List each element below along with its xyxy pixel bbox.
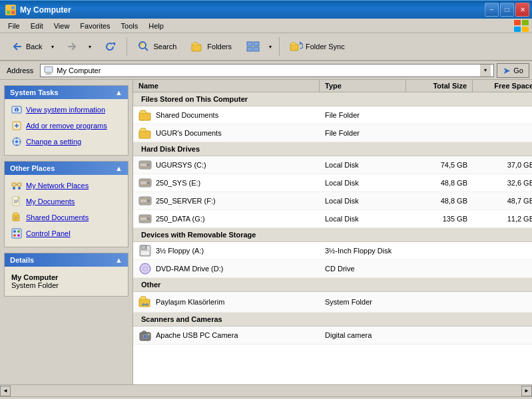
menu-tools[interactable]: Tools xyxy=(116,21,144,31)
file-free-space xyxy=(473,333,532,337)
svg-rect-10 xyxy=(192,45,201,51)
view-button[interactable] xyxy=(240,36,266,57)
drive-icon xyxy=(138,176,152,190)
view-system-info-label: View system information xyxy=(26,106,105,114)
list-item[interactable]: UGURSYS (C:) Local Disk 74,5 GB 37,0 GB xyxy=(133,156,532,174)
menu-edit[interactable]: Edit xyxy=(25,21,49,31)
my-documents-icon xyxy=(11,196,22,207)
minimize-button[interactable]: − xyxy=(485,3,499,17)
list-item[interactable]: 250_SERVER (F:) Local Disk 48,8 GB 48,7 … xyxy=(133,192,532,210)
back-dropdown-button[interactable]: ▾ xyxy=(48,36,57,57)
file-type: 3½-Inch Floppy Disk xyxy=(320,245,406,257)
svg-point-32 xyxy=(13,230,16,233)
go-label: Go xyxy=(513,66,523,74)
system-tasks-header[interactable]: System Tasks ▲ xyxy=(5,86,128,99)
control-panel-icon xyxy=(11,228,22,239)
address-input[interactable] xyxy=(57,66,477,74)
file-type: Digital camera xyxy=(320,329,406,341)
network-places-label: My Network Places xyxy=(26,182,89,190)
menu-help[interactable]: Help xyxy=(143,21,169,31)
svg-rect-69 xyxy=(142,331,146,333)
forward-button[interactable] xyxy=(60,36,85,57)
file-name: UGUR's Documents xyxy=(156,129,222,137)
address-label: Address xyxy=(3,66,37,74)
file-name: 250_SYS (E:) xyxy=(156,179,200,187)
menu-file[interactable]: File xyxy=(3,21,25,31)
file-name: 250_SERVER (F:) xyxy=(156,197,216,205)
details-header[interactable]: Details ▲ xyxy=(5,253,128,267)
other-places-content: My Network Places My Documents xyxy=(5,175,128,247)
file-type: File Folder xyxy=(320,109,406,121)
file-free-space: 11,2 GB xyxy=(473,213,532,225)
sidebar-item-shared-documents[interactable]: Shared Documents xyxy=(9,211,124,224)
section-hard-disk-drives: Hard Disk Drives xyxy=(133,142,532,156)
folders-icon xyxy=(191,40,204,53)
folder-icon xyxy=(138,108,152,122)
address-dropdown-button[interactable]: ▾ xyxy=(480,65,491,76)
forward-dropdown-button[interactable]: ▾ xyxy=(85,36,95,57)
svg-point-48 xyxy=(147,200,150,202)
list-item[interactable]: UGUR's Documents File Folder xyxy=(133,124,532,142)
change-setting-label: Change a setting xyxy=(26,138,81,146)
forward-nav: ▾ xyxy=(60,36,95,57)
svg-rect-7 xyxy=(522,27,529,32)
back-button[interactable]: Back xyxy=(4,36,48,57)
scroll-left-button[interactable]: ◄ xyxy=(0,386,11,396)
file-name: 3½ Floppy (A:) xyxy=(156,247,204,255)
main-content: System Tasks ▲ i View system information xyxy=(0,80,532,384)
sidebar-item-view-system-info[interactable]: i View system information xyxy=(9,103,124,116)
file-name-cell: UGURSYS (C:) xyxy=(133,156,320,174)
column-free-space[interactable]: Free Space xyxy=(473,80,532,92)
list-item[interactable]: 250_SYS (E:) Local Disk 48,8 GB 32,6 GB xyxy=(133,174,532,192)
horizontal-scrollbar: ◄ ► xyxy=(0,384,532,396)
maximize-button[interactable]: □ xyxy=(500,3,514,17)
svg-point-24 xyxy=(15,140,18,143)
details-info: My Computer System Folder xyxy=(9,271,124,292)
file-free-space xyxy=(473,300,532,304)
svg-rect-6 xyxy=(514,27,521,32)
svg-point-28 xyxy=(18,187,21,190)
list-item[interactable]: Paylaşım Klasörlerim System Folder Kişil… xyxy=(133,292,532,313)
menu-favorites[interactable]: Favorites xyxy=(75,21,115,31)
refresh-button[interactable] xyxy=(97,36,123,57)
other-places-header[interactable]: Other Places ▲ xyxy=(5,162,128,175)
title-bar-left: My Computer xyxy=(5,5,71,15)
close-button[interactable]: ✕ xyxy=(515,3,529,17)
list-item[interactable]: 250_DATA (G:) Local Disk 135 GB 11,2 GB xyxy=(133,210,532,228)
file-type: Local Disk xyxy=(320,195,406,207)
svg-rect-5 xyxy=(522,20,529,25)
list-item[interactable]: Shared Documents File Folder xyxy=(133,106,532,124)
svg-point-8 xyxy=(139,42,146,49)
file-free-space xyxy=(473,131,532,135)
windows-logo xyxy=(513,19,529,33)
column-type[interactable]: Type xyxy=(320,80,406,92)
file-total-size: 48,8 GB xyxy=(406,195,473,207)
list-item[interactable]: Apache USB PC Camera Digital camera xyxy=(133,327,532,344)
list-item[interactable]: DVD-RAM Drive (D:) CD Drive xyxy=(133,260,532,278)
scroll-track xyxy=(11,386,521,396)
list-item[interactable]: 3½ Floppy (A:) 3½-Inch Floppy Disk xyxy=(133,242,532,260)
sidebar-item-my-network-places[interactable]: My Network Places xyxy=(9,179,124,192)
view-dropdown-button[interactable]: ▾ xyxy=(266,36,275,57)
section-files-on-computer: Files Stored on This Computer xyxy=(133,92,532,106)
menu-view[interactable]: View xyxy=(49,21,75,31)
details-title: Details xyxy=(10,256,34,264)
add-remove-label: Add or remove programs xyxy=(26,122,107,130)
folders-button[interactable]: Folders xyxy=(185,36,238,57)
folder-sync-label: Folder Sync xyxy=(306,43,345,51)
go-button[interactable]: ➤ Go xyxy=(497,63,529,78)
toolbar: Back ▾ ▾ xyxy=(0,33,532,61)
scroll-right-button[interactable]: ► xyxy=(521,386,532,396)
sidebar-item-change-setting[interactable]: Change a setting xyxy=(9,135,124,148)
folder-sync-button[interactable]: Folder Sync xyxy=(284,36,351,57)
column-name[interactable]: Name xyxy=(133,80,320,92)
sidebar-item-control-panel[interactable]: Control Panel xyxy=(9,227,124,240)
search-button[interactable]: Search xyxy=(131,36,182,57)
svg-rect-13 xyxy=(247,47,252,51)
sidebar-item-add-remove-programs[interactable]: Add or remove programs xyxy=(9,119,124,132)
change-setting-icon xyxy=(11,136,22,147)
column-total-size[interactable]: Total Size xyxy=(406,80,473,92)
sidebar-item-my-documents[interactable]: My Documents xyxy=(9,195,124,208)
svg-rect-0 xyxy=(7,6,11,10)
file-type: File Folder xyxy=(320,127,406,139)
